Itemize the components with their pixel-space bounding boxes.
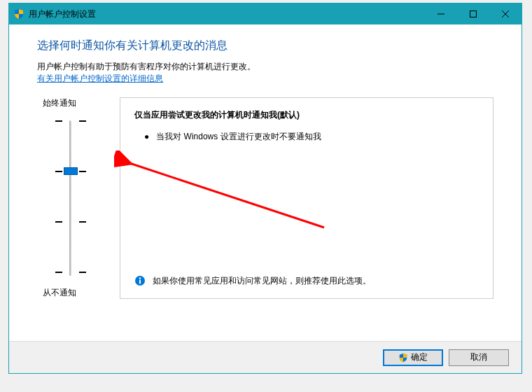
info-icon bbox=[134, 275, 146, 286]
description-panel: 仅当应用尝试更改我的计算机时通知我(默认) ● 当我对 Windows 设置进行… bbox=[120, 97, 493, 299]
slider-tick bbox=[79, 221, 86, 223]
slider-tick bbox=[55, 272, 62, 273]
shield-icon bbox=[13, 8, 24, 20]
cancel-button[interactable]: 取消 bbox=[449, 349, 509, 366]
slider-tick bbox=[79, 171, 86, 172]
ok-button[interactable]: 确定 bbox=[383, 349, 443, 366]
window-controls bbox=[425, 4, 522, 24]
description-title: 仅当应用尝试更改我的计算机时通知我(默认) bbox=[134, 109, 479, 121]
slider-tick bbox=[55, 120, 62, 122]
bullet-text: 当我对 Windows 设置进行更改时不要通知我 bbox=[156, 131, 321, 143]
bullet-icon: ● bbox=[144, 131, 149, 143]
slider-tick bbox=[55, 221, 62, 223]
page-subtext: 用户帐户控制有助于预防有害程序对你的计算机进行更改。 bbox=[37, 60, 493, 73]
close-button[interactable] bbox=[489, 4, 522, 24]
help-link[interactable]: 有关用户帐户控制设置的详细信息 bbox=[37, 74, 163, 83]
svg-rect-6 bbox=[139, 280, 141, 284]
slider-tick bbox=[79, 120, 86, 122]
page-heading: 选择何时通知你有关计算机更改的消息 bbox=[37, 38, 493, 53]
maximize-button[interactable] bbox=[457, 4, 489, 24]
notification-slider[interactable] bbox=[44, 118, 114, 279]
description-bullet: ● 当我对 Windows 设置进行更改时不要通知我 bbox=[134, 131, 479, 143]
button-bar: 确定 取消 bbox=[9, 341, 522, 373]
slider-tick bbox=[79, 272, 86, 273]
cancel-button-label: 取消 bbox=[470, 351, 487, 363]
window-title: 用户帐户控制设置 bbox=[29, 8, 425, 20]
titlebar: 用户帐户控制设置 bbox=[9, 4, 522, 24]
slider-track bbox=[69, 120, 71, 276]
svg-rect-1 bbox=[470, 11, 477, 18]
ok-button-label: 确定 bbox=[411, 351, 428, 363]
minimize-button[interactable] bbox=[425, 4, 457, 24]
slider-thumb[interactable] bbox=[64, 167, 78, 175]
description-footer: 如果你使用常见应用和访问常见网站，则推荐使用此选项。 bbox=[134, 275, 479, 287]
slider-tick bbox=[55, 171, 62, 172]
footer-text: 如果你使用常见应用和访问常见网站，则推荐使用此选项。 bbox=[153, 275, 371, 287]
uac-settings-window: 用户帐户控制设置 选择何时通知你有关计算机更改的消息 用户帐户控制有助于预防有害… bbox=[8, 3, 522, 374]
slider-label-never: 从不通知 bbox=[37, 287, 114, 299]
slider-column: 始终通知 从不通知 bbox=[37, 97, 114, 299]
content-area: 选择何时通知你有关计算机更改的消息 用户帐户控制有助于预防有害程序对你的计算机进… bbox=[9, 24, 522, 299]
body-area: 始终通知 从不通知 仅当应用尝试更改我的计算机时通知我(默认 bbox=[37, 97, 493, 299]
shield-icon bbox=[398, 353, 408, 363]
svg-point-5 bbox=[139, 277, 141, 279]
slider-label-always: 始终通知 bbox=[37, 97, 114, 109]
